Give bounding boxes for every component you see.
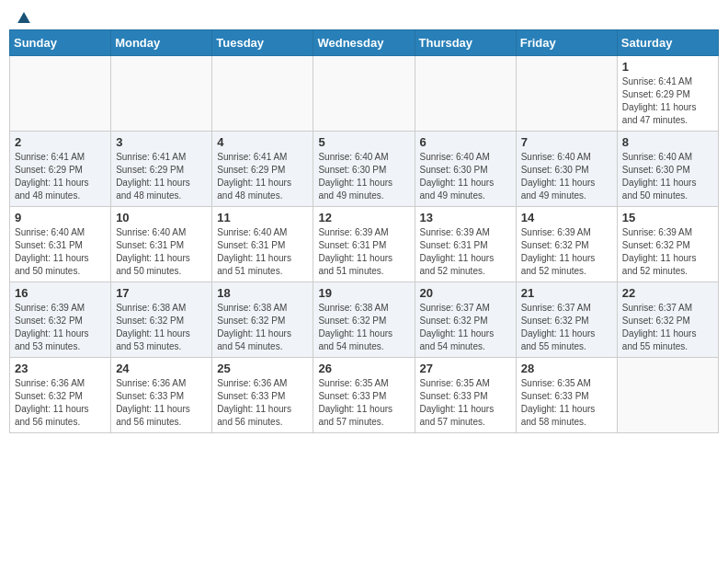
day-number: 2 [15,135,106,149]
day-number: 14 [521,211,612,224]
day-number: 19 [318,286,409,300]
calendar-header-saturday: Saturday [617,30,718,56]
calendar-day-14: 14Sunrise: 6:39 AM Sunset: 6:32 PM Dayli… [516,207,617,282]
day-number: 4 [217,135,308,149]
calendar-day-22: 22Sunrise: 6:37 AM Sunset: 6:32 PM Dayli… [617,282,718,358]
day-info: Sunrise: 6:40 AM Sunset: 6:31 PM Dayligh… [116,226,207,278]
day-info: Sunrise: 6:40 AM Sunset: 6:30 PM Dayligh… [521,151,612,202]
day-number: 13 [420,211,511,224]
calendar-day-15: 15Sunrise: 6:39 AM Sunset: 6:32 PM Dayli… [617,207,718,282]
day-info: Sunrise: 6:41 AM Sunset: 6:29 PM Dayligh… [15,151,106,202]
day-number: 8 [622,135,713,149]
day-number: 10 [116,211,207,224]
day-number: 6 [420,135,511,149]
day-number: 28 [521,362,612,375]
day-number: 1 [622,60,713,74]
day-info: Sunrise: 6:37 AM Sunset: 6:32 PM Dayligh… [521,302,612,353]
calendar-header-thursday: Thursday [415,30,516,56]
day-info: Sunrise: 6:36 AM Sunset: 6:33 PM Dayligh… [217,377,308,429]
day-number: 24 [116,362,207,375]
day-info: Sunrise: 6:39 AM Sunset: 6:32 PM Dayligh… [15,302,106,353]
calendar-day-27: 27Sunrise: 6:35 AM Sunset: 6:33 PM Dayli… [415,358,516,433]
day-info: Sunrise: 6:35 AM Sunset: 6:33 PM Dayligh… [521,377,612,429]
day-info: Sunrise: 6:38 AM Sunset: 6:32 PM Dayligh… [318,302,409,353]
day-info: Sunrise: 6:41 AM Sunset: 6:29 PM Dayligh… [622,75,713,127]
day-info: Sunrise: 6:37 AM Sunset: 6:32 PM Dayligh… [420,302,511,353]
calendar-day-5: 5Sunrise: 6:40 AM Sunset: 6:30 PM Daylig… [313,132,415,207]
day-number: 17 [116,286,207,300]
day-info: Sunrise: 6:39 AM Sunset: 6:32 PM Dayligh… [521,226,612,278]
day-number: 7 [521,135,612,149]
day-info: Sunrise: 6:38 AM Sunset: 6:32 PM Dayligh… [116,302,207,353]
calendar-day-21: 21Sunrise: 6:37 AM Sunset: 6:32 PM Dayli… [516,282,617,358]
calendar-day-11: 11Sunrise: 6:40 AM Sunset: 6:31 PM Dayli… [212,207,313,282]
calendar-day-empty [313,56,415,132]
calendar-day-19: 19Sunrise: 6:38 AM Sunset: 6:32 PM Dayli… [313,282,415,358]
calendar-day-18: 18Sunrise: 6:38 AM Sunset: 6:32 PM Dayli… [212,282,313,358]
calendar-week-row: 1Sunrise: 6:41 AM Sunset: 6:29 PM Daylig… [10,56,719,132]
calendar-day-13: 13Sunrise: 6:39 AM Sunset: 6:31 PM Dayli… [415,207,516,282]
day-number: 9 [15,211,106,224]
calendar-header-wednesday: Wednesday [313,30,415,56]
calendar-day-20: 20Sunrise: 6:37 AM Sunset: 6:32 PM Dayli… [415,282,516,358]
calendar-week-row: 23Sunrise: 6:36 AM Sunset: 6:32 PM Dayli… [10,358,719,433]
calendar-day-empty [10,56,111,132]
page-header [9,9,719,24]
day-info: Sunrise: 6:40 AM Sunset: 6:30 PM Dayligh… [622,151,713,202]
calendar-day-8: 8Sunrise: 6:40 AM Sunset: 6:30 PM Daylig… [617,132,718,207]
logo [13,9,33,24]
day-number: 12 [318,211,409,224]
day-number: 23 [15,362,106,375]
calendar-header-friday: Friday [516,30,617,56]
day-number: 16 [15,286,106,300]
day-number: 3 [116,135,207,149]
day-number: 25 [217,362,308,375]
day-info: Sunrise: 6:41 AM Sunset: 6:29 PM Dayligh… [217,151,308,202]
calendar-day-empty [617,358,718,433]
day-info: Sunrise: 6:40 AM Sunset: 6:31 PM Dayligh… [217,226,308,278]
day-number: 20 [420,286,511,300]
day-info: Sunrise: 6:40 AM Sunset: 6:31 PM Dayligh… [15,226,106,278]
calendar-day-26: 26Sunrise: 6:35 AM Sunset: 6:33 PM Dayli… [313,358,415,433]
day-number: 21 [521,286,612,300]
day-info: Sunrise: 6:39 AM Sunset: 6:32 PM Dayligh… [622,226,713,278]
day-info: Sunrise: 6:38 AM Sunset: 6:32 PM Dayligh… [217,302,308,353]
day-info: Sunrise: 6:35 AM Sunset: 6:33 PM Dayligh… [318,377,409,429]
calendar-day-6: 6Sunrise: 6:40 AM Sunset: 6:30 PM Daylig… [415,132,516,207]
day-number: 5 [318,135,409,149]
day-info: Sunrise: 6:36 AM Sunset: 6:33 PM Dayligh… [116,377,207,429]
calendar-week-row: 9Sunrise: 6:40 AM Sunset: 6:31 PM Daylig… [10,207,719,282]
day-number: 22 [622,286,713,300]
day-info: Sunrise: 6:37 AM Sunset: 6:32 PM Dayligh… [622,302,713,353]
day-number: 27 [420,362,511,375]
calendar-day-16: 16Sunrise: 6:39 AM Sunset: 6:32 PM Dayli… [10,282,111,358]
calendar-day-10: 10Sunrise: 6:40 AM Sunset: 6:31 PM Dayli… [111,207,212,282]
calendar-day-25: 25Sunrise: 6:36 AM Sunset: 6:33 PM Dayli… [212,358,313,433]
day-info: Sunrise: 6:40 AM Sunset: 6:30 PM Dayligh… [420,151,511,202]
day-number: 18 [217,286,308,300]
calendar-day-2: 2Sunrise: 6:41 AM Sunset: 6:29 PM Daylig… [10,132,111,207]
calendar-day-23: 23Sunrise: 6:36 AM Sunset: 6:32 PM Dayli… [10,358,111,433]
calendar-week-row: 2Sunrise: 6:41 AM Sunset: 6:29 PM Daylig… [10,132,719,207]
calendar-day-24: 24Sunrise: 6:36 AM Sunset: 6:33 PM Dayli… [111,358,212,433]
calendar-day-empty [212,56,313,132]
day-info: Sunrise: 6:39 AM Sunset: 6:31 PM Dayligh… [318,226,409,278]
day-number: 11 [217,211,308,224]
calendar-week-row: 16Sunrise: 6:39 AM Sunset: 6:32 PM Dayli… [10,282,719,358]
day-info: Sunrise: 6:39 AM Sunset: 6:31 PM Dayligh… [420,226,511,278]
calendar-header-tuesday: Tuesday [212,30,313,56]
day-info: Sunrise: 6:35 AM Sunset: 6:33 PM Dayligh… [420,377,511,429]
calendar-header-sunday: Sunday [10,30,111,56]
svg-marker-1 [17,12,29,23]
calendar-day-1: 1Sunrise: 6:41 AM Sunset: 6:29 PM Daylig… [617,56,718,132]
calendar-day-empty [516,56,617,132]
calendar-day-12: 12Sunrise: 6:39 AM Sunset: 6:31 PM Dayli… [313,207,415,282]
day-info: Sunrise: 6:40 AM Sunset: 6:30 PM Dayligh… [318,151,409,202]
calendar-table: SundayMondayTuesdayWednesdayThursdayFrid… [9,29,719,433]
calendar-day-empty [111,56,212,132]
day-number: 26 [318,362,409,375]
calendar-header-row: SundayMondayTuesdayWednesdayThursdayFrid… [10,30,719,56]
calendar-day-9: 9Sunrise: 6:40 AM Sunset: 6:31 PM Daylig… [10,207,111,282]
calendar-day-17: 17Sunrise: 6:38 AM Sunset: 6:32 PM Dayli… [111,282,212,358]
logo-icon [15,9,33,28]
